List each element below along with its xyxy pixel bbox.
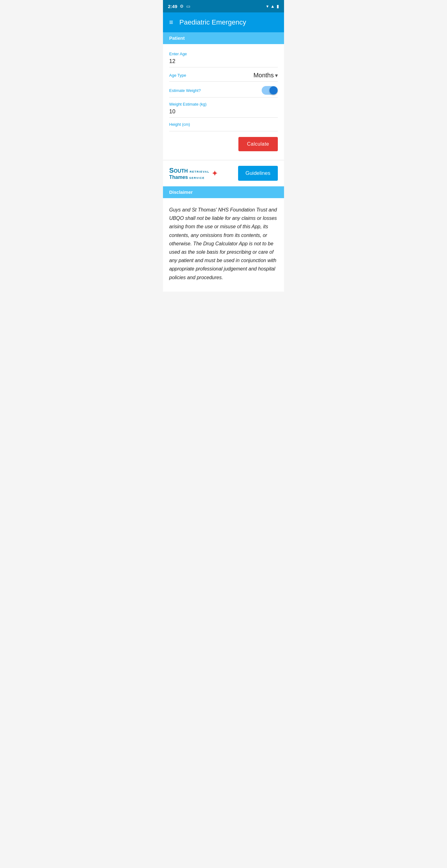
logo-service: SERVICE (189, 176, 204, 180)
enter-age-label: Enter Age (169, 52, 278, 56)
patient-section-header: Patient (163, 32, 284, 44)
battery-icon: ▮ (277, 4, 279, 9)
logo-thames: Thames (169, 175, 188, 180)
calculate-button[interactable]: Calculate (238, 137, 278, 151)
estimate-weight-field[interactable]: Estimate Weight? (169, 82, 278, 97)
guidelines-button[interactable]: Guidelines (238, 166, 278, 181)
weight-estimate-label: Weight Estimate (kg) (169, 102, 278, 106)
logo-outh: OUTH (174, 168, 188, 174)
height-label: Height (cm) (169, 122, 278, 127)
star-icon: ✦ (212, 169, 218, 177)
dropdown-arrow-icon: ▾ (275, 72, 278, 79)
patient-header-text: Patient (169, 35, 185, 41)
status-right: ▾ ▲ ▮ (266, 4, 279, 9)
logo-s: S (169, 166, 174, 175)
weight-estimate-value[interactable]: 10 (169, 108, 278, 115)
logo: S OUTH RETRIEVAL Thames SERVICE ✦ (169, 166, 218, 180)
enter-age-value[interactable]: 12 (169, 58, 278, 65)
age-type-dropdown[interactable]: Months ▾ (253, 72, 278, 79)
logo-brand: S OUTH RETRIEVAL Thames SERVICE (169, 166, 210, 180)
footer-area: S OUTH RETRIEVAL Thames SERVICE ✦ Guidel… (163, 160, 284, 186)
signal-icon: ▲ (270, 4, 275, 9)
app-bar: ≡ Paediatric Emergency (163, 12, 284, 32)
status-time: 2:49 (168, 4, 177, 9)
enter-age-field[interactable]: Enter Age 12 (169, 47, 278, 67)
age-type-label: Age Type (169, 73, 186, 78)
logo-line1: S OUTH RETRIEVAL (169, 166, 210, 175)
toggle-thumb (269, 86, 278, 94)
disclaimer-header-text: Disclaimer (169, 189, 193, 195)
wifi-icon: ▾ (266, 4, 268, 9)
age-type-field[interactable]: Age Type Months ▾ (169, 67, 278, 82)
estimate-weight-label: Estimate Weight? (169, 88, 201, 93)
status-left: 2:49 ⚙ ▭ (168, 4, 190, 9)
sd-card-icon: ▭ (186, 4, 190, 9)
logo-retrieval: RETRIEVAL (190, 170, 210, 173)
disclaimer-text: Guys and St Thomas' NHS Foundation Trust… (169, 206, 278, 282)
height-field[interactable]: Height (cm) (169, 118, 278, 131)
menu-icon[interactable]: ≡ (169, 19, 173, 26)
disclaimer-body: Guys and St Thomas' NHS Foundation Trust… (163, 198, 284, 291)
settings-icon: ⚙ (180, 4, 184, 9)
estimate-weight-toggle[interactable] (262, 86, 278, 95)
patient-form: Enter Age 12 Age Type Months ▾ Estimate … (163, 44, 284, 160)
disclaimer-header: Disclaimer (163, 186, 284, 198)
age-type-value: Months (253, 72, 274, 79)
weight-estimate-field[interactable]: Weight Estimate (kg) 10 (169, 97, 278, 118)
calculate-button-row: Calculate (169, 131, 278, 154)
status-bar: 2:49 ⚙ ▭ ▾ ▲ ▮ (163, 0, 284, 12)
logo-line2: Thames SERVICE (169, 175, 204, 180)
app-title: Paediatric Emergency (180, 18, 246, 26)
